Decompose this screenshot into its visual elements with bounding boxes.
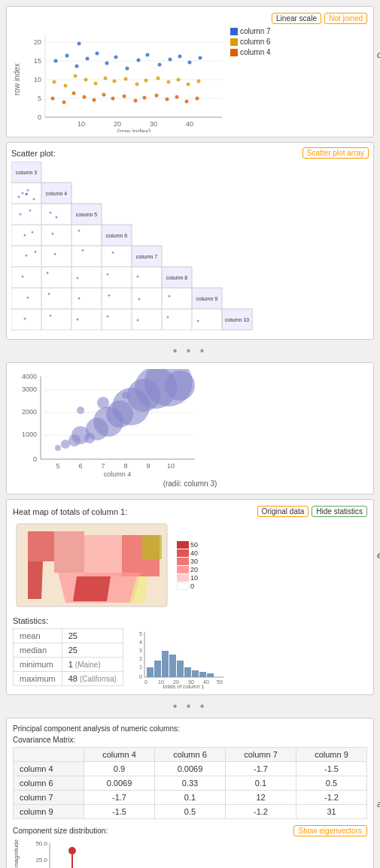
svg-point-114 <box>56 216 58 219</box>
svg-point-119 <box>26 255 28 257</box>
svg-rect-74 <box>71 225 102 246</box>
svg-point-21 <box>102 93 106 97</box>
scatter-type-btn[interactable]: Scatter plot array <box>302 147 369 159</box>
svg-point-30 <box>196 97 199 101</box>
svg-text:10: 10 <box>78 120 85 128</box>
svg-point-137 <box>77 319 79 321</box>
svg-point-43 <box>177 78 181 82</box>
svg-point-116 <box>32 231 34 234</box>
svg-rect-195 <box>184 667 191 677</box>
svg-text:5: 5 <box>56 462 59 470</box>
svg-text:10: 10 <box>167 462 175 470</box>
svg-text:column 6: column 6 <box>106 233 128 238</box>
svg-text:●: ● <box>25 191 28 196</box>
svg-point-55 <box>146 53 150 57</box>
svg-point-49 <box>86 57 90 61</box>
svg-point-25 <box>143 96 147 100</box>
svg-point-126 <box>77 277 79 280</box>
legend-50: 50 <box>190 541 198 549</box>
svg-rect-92 <box>71 288 102 309</box>
svg-text:7: 7 <box>101 462 105 470</box>
svg-text:25.0: 25.0 <box>35 857 47 863</box>
svg-rect-94 <box>132 288 162 309</box>
not-joined-btn[interactable]: Not joined <box>324 13 367 24</box>
svg-point-60 <box>199 56 202 60</box>
component-label: Component size distribution: <box>13 827 108 835</box>
linear-scale-btn[interactable]: Linear scale <box>272 13 321 24</box>
legend-col7-label: column 7 <box>240 27 271 35</box>
annotation3: ← Multivariate analysis <box>377 779 380 811</box>
svg-text:30: 30 <box>150 120 157 128</box>
legend-10: 10 <box>190 574 198 582</box>
scatter-matrix-svg: column 3 ● column 4 column 5 column 6 co… <box>11 162 275 334</box>
scatter-title: Scatter plot: <box>11 149 56 158</box>
svg-text:(row index): (row index) <box>117 128 151 132</box>
svg-point-122 <box>82 250 84 252</box>
legend-0: 0 <box>190 582 194 590</box>
svg-text:20: 20 <box>34 38 41 46</box>
chart1-legend: column 7 column 6 column 4 <box>230 27 271 56</box>
original-data-btn[interactable]: Original data <box>257 506 309 517</box>
svg-point-44 <box>187 83 190 86</box>
svg-rect-102 <box>132 309 162 330</box>
svg-point-41 <box>157 77 160 80</box>
show-eigenvectors-btn[interactable]: Show eigenvectors <box>293 825 368 836</box>
svg-point-109 <box>33 198 35 201</box>
svg-text:column 4: column 4 <box>104 470 132 478</box>
svg-point-29 <box>185 100 189 104</box>
svg-point-34 <box>84 78 88 82</box>
legend-40: 40 <box>190 549 198 557</box>
svg-point-33 <box>74 74 78 78</box>
svg-rect-191 <box>154 661 161 677</box>
svg-text:2: 2 <box>139 656 142 661</box>
svg-point-36 <box>104 77 108 80</box>
statistics-label: Statistics: <box>13 616 367 625</box>
svg-point-134 <box>169 295 171 298</box>
svg-text:0: 0 <box>38 113 41 121</box>
svg-rect-79 <box>71 246 102 267</box>
svg-text:column 10: column 10 <box>225 317 249 322</box>
svg-point-51 <box>105 62 109 65</box>
svg-text:50: 50 <box>217 679 223 685</box>
svg-point-120 <box>35 251 37 253</box>
stats-table: mean 25 median 25 minimum 1 (Maine) maxi… <box>13 628 123 686</box>
svg-text:column 9: column 9 <box>196 296 218 301</box>
card-bubble-chart: 0 1000 2000 3000 4000 5 6 7 8 9 10 colum… <box>6 362 374 494</box>
svg-point-57 <box>169 58 172 62</box>
svg-text:4000: 4000 <box>22 373 37 380</box>
pca-row-col6: column 6 0.0069 0.33 0.1 0.5 <box>14 776 367 791</box>
eigenvalue-y-label: eigenvalue magnitude <box>13 839 29 868</box>
svg-rect-104 <box>192 309 222 330</box>
svg-point-20 <box>93 98 96 102</box>
svg-point-171 <box>165 370 195 401</box>
separator-1: • • • <box>6 344 374 358</box>
svg-point-133 <box>138 298 141 301</box>
annotation3-arrow: ← <box>377 780 380 795</box>
svg-rect-84 <box>41 267 71 288</box>
svg-rect-85 <box>71 267 102 288</box>
svg-rect-73 <box>41 225 71 246</box>
svg-rect-69 <box>41 204 71 225</box>
svg-rect-80 <box>102 246 132 267</box>
svg-text:1000: 1000 <box>22 431 37 438</box>
histogram-svg: 0 1 2 3 4 5 0 10 20 30 40 50 <box>129 628 227 688</box>
svg-rect-78 <box>41 246 71 267</box>
hide-stats-btn[interactable]: Hide statistics <box>312 506 367 517</box>
legend-col4-color <box>230 49 238 56</box>
svg-point-26 <box>155 94 159 98</box>
heatmap-legend: 50 40 30 20 10 <box>177 541 198 590</box>
svg-point-130 <box>48 293 50 295</box>
svg-point-58 <box>178 55 182 59</box>
svg-rect-95 <box>162 288 192 309</box>
svg-point-136 <box>50 315 52 317</box>
svg-point-117 <box>52 233 54 235</box>
card-pca: Principal component analysis of numeric … <box>6 718 374 868</box>
svg-rect-87 <box>132 267 162 288</box>
svg-rect-93 <box>102 288 132 309</box>
eigenvalue-svg: 0 12.5 25.0 50.0 1 2 3 4 eigenvector ran… <box>31 839 181 868</box>
svg-point-212 <box>68 847 76 854</box>
svg-point-108 <box>27 189 29 192</box>
svg-rect-193 <box>169 655 176 677</box>
svg-point-47 <box>65 54 69 58</box>
bubble-chart-svg: 0 1000 2000 3000 4000 5 6 7 8 9 10 colum… <box>14 369 202 478</box>
